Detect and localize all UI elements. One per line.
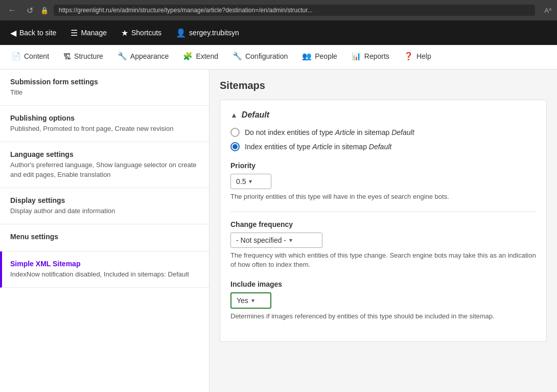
radio-circle-no-index[interactable] — [230, 128, 240, 137]
radio-no-index[interactable]: Do not index entities of type Article in… — [230, 128, 536, 137]
help-icon: ❓ — [404, 52, 413, 61]
divider-1 — [230, 212, 536, 212]
refresh-button[interactable]: ↺ — [24, 5, 36, 16]
content-area: Sitemaps ▲ Default Do not index entities… — [210, 70, 557, 392]
people-icon: 👥 — [302, 52, 312, 61]
manage-button[interactable]: ☰ Manage — [64, 24, 113, 42]
nav-tabs: 📄Content🏗Structure🔧Appearance🧩Extend🔧Con… — [0, 45, 557, 70]
url-text: https://greenlight.ru/en/admin/structure… — [59, 7, 313, 14]
sidebar-item-submission[interactable]: Submission form settings Title — [0, 70, 209, 106]
extend-icon: 🧩 — [183, 52, 193, 61]
back-to-site-button[interactable]: ◀ Back to site — [4, 24, 62, 42]
priority-hint: The priority entities of this type will … — [230, 192, 536, 201]
admin-toolbar: ◀ Back to site ☰ Manage ★ Shortcuts 👤 se… — [0, 20, 557, 45]
priority-arrow-icon: ▾ — [249, 178, 252, 185]
shortcuts-label: Shortcuts — [131, 29, 161, 37]
sidebar-item-display[interactable]: Display settings Display author and date… — [0, 188, 209, 224]
radio-label-no-index: Do not index entities of type Article in… — [245, 128, 414, 136]
content-icon: 📄 — [11, 52, 21, 61]
tab-reports[interactable]: 📊Reports — [344, 45, 397, 69]
tab-people[interactable]: 👥People — [295, 45, 344, 69]
page-title: Sitemaps — [220, 80, 547, 91]
sidebar-item-title-language: Language settings — [10, 150, 199, 158]
collapse-icon[interactable]: ▲ — [230, 111, 238, 119]
priority-select[interactable]: 0.5 ▾ — [230, 174, 271, 189]
sidebar-item-desc-publishing: Published, Promoted to front page, Creat… — [10, 124, 199, 133]
frequency-field: Change frequency - Not specified - ▾ The… — [230, 220, 536, 269]
frequency-label: Change frequency — [230, 220, 536, 228]
radio-group: Do not index entities of type Article in… — [230, 128, 536, 151]
sidebar-item-title-display: Display settings — [10, 196, 199, 204]
section-title: Default — [242, 110, 269, 120]
section-header: ▲ Default — [230, 110, 536, 120]
tab-configuration[interactable]: 🔧Configuration — [225, 45, 295, 69]
sidebar-item-desc-submission: Title — [10, 88, 199, 97]
tab-help[interactable]: ❓Help — [397, 45, 438, 69]
person-icon: 👤 — [176, 28, 186, 38]
images-label: Include images — [230, 280, 536, 288]
sidebar-item-desc-sitemap: IndexNow notification disabled, Included… — [10, 270, 199, 279]
back-to-site-label: Back to site — [19, 29, 56, 37]
images-arrow-icon: ▾ — [251, 297, 254, 304]
sidebar-item-sitemap[interactable]: Simple XML Sitemap IndexNow notification… — [0, 251, 209, 288]
sidebar-item-menu[interactable]: Menu settings — [0, 224, 209, 251]
browser-bar: ← ↺ 🔒 https://greenlight.ru/en/admin/str… — [0, 0, 557, 20]
images-value: Yes — [237, 296, 248, 305]
sidebar-item-title-submission: Submission form settings — [10, 78, 199, 86]
priority-label: Priority — [230, 162, 536, 170]
frequency-hint: The frequency with which entities of thi… — [230, 251, 536, 269]
back-icon: ◀ — [10, 28, 16, 38]
user-button[interactable]: 👤 sergey.trubitsyn — [170, 24, 245, 42]
sidebar-item-title-publishing: Publishing options — [10, 114, 199, 122]
configuration-icon: 🔧 — [233, 52, 242, 61]
appearance-icon: 🔧 — [118, 52, 127, 61]
main-layout: Submission form settings Title Publishin… — [0, 70, 557, 392]
back-browser-button[interactable]: ← — [5, 5, 19, 16]
shortcuts-button[interactable]: ★ Shortcuts — [115, 24, 168, 42]
radio-label-index: Index entities of type Article in sitema… — [245, 143, 391, 151]
frequency-select[interactable]: - Not specified - ▾ — [230, 233, 322, 248]
sidebar: Submission form settings Title Publishin… — [0, 70, 210, 392]
lock-icon: 🔒 — [40, 7, 49, 14]
tab-content[interactable]: 📄Content — [4, 45, 56, 69]
structure-icon: 🏗 — [63, 52, 71, 61]
browser-controls: ← ↺ 🔒 — [5, 5, 49, 16]
sidebar-item-title-menu: Menu settings — [10, 233, 199, 241]
sidebar-item-title-sitemap: Simple XML Sitemap — [10, 260, 199, 268]
sidebar-item-language[interactable]: Language settings Author's preferred lan… — [0, 142, 209, 188]
sitemap-card: ▲ Default Do not index entities of type … — [220, 100, 547, 342]
sidebar-item-publishing[interactable]: Publishing options Published, Promoted t… — [0, 106, 209, 142]
sidebar-item-desc-display: Display author and date information — [10, 206, 199, 216]
images-hint: Determines if images referenced by entit… — [230, 312, 536, 321]
hamburger-icon: ☰ — [71, 28, 78, 38]
user-label: sergey.trubitsyn — [189, 29, 239, 37]
frequency-arrow-icon: ▾ — [289, 237, 292, 244]
tab-appearance[interactable]: 🔧Appearance — [110, 45, 176, 69]
images-select[interactable]: Yes ▾ — [230, 292, 271, 309]
sidebar-item-desc-language: Author's preferred language, Show langua… — [10, 160, 199, 179]
address-bar[interactable]: https://greenlight.ru/en/admin/structure… — [54, 5, 535, 16]
tab-structure[interactable]: 🏗Structure — [56, 45, 110, 69]
manage-label: Manage — [81, 29, 107, 37]
priority-value: 0.5 — [236, 177, 246, 186]
radio-index[interactable]: Index entities of type Article in sitema… — [230, 142, 536, 151]
images-field: Include images Yes ▾ Determines if image… — [230, 280, 536, 321]
star-icon: ★ — [121, 28, 128, 38]
tab-extend[interactable]: 🧩Extend — [176, 45, 225, 69]
reports-icon: 📊 — [352, 52, 361, 61]
frequency-value: - Not specified - — [236, 236, 286, 244]
radio-circle-index[interactable] — [230, 142, 240, 151]
browser-user-icon: Aᴬ — [544, 7, 552, 14]
priority-field: Priority 0.5 ▾ The priority entities of … — [230, 162, 536, 201]
